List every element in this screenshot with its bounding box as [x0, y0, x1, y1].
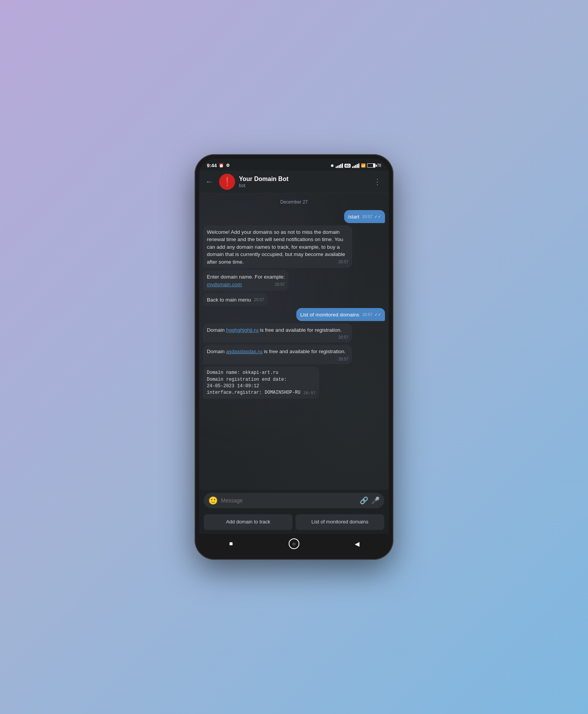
msg-text-7-prefix: Domain [207, 349, 226, 354]
bubble-received-8: Domain name: okkapi-art.ruDomain registr… [203, 367, 319, 399]
nav-square-button[interactable]: ■ [225, 538, 237, 550]
signal-bars-2 [352, 163, 359, 168]
status-time: 9:44 ⏰ ⚙ [207, 163, 230, 168]
msg-text-7-suffix: is free and available for registration. [263, 349, 346, 354]
bot-info: Your Domain Bot bot [239, 175, 368, 188]
msg-time-7: 20:57 [338, 356, 348, 362]
msg-text-4: Back to main menu [207, 297, 251, 303]
message-input[interactable] [221, 497, 357, 504]
header-menu-button[interactable]: ⋮ [372, 176, 383, 188]
msg-text-1: /start [348, 214, 359, 220]
message-row-received-3: Enter domain name. For example: mydomain… [203, 270, 385, 290]
phone-outer: 9:44 ⏰ ⚙ ⏺ 4G [195, 154, 393, 560]
msg-time-6: 20:57 [338, 334, 348, 340]
msg-link-6[interactable]: hgghghjghjj.ru [226, 327, 258, 333]
signal-bars-1 [336, 163, 343, 168]
msg-time-1: 20:57 ✓✓ [362, 214, 381, 220]
msg-time-2: 20:57 [338, 259, 348, 265]
date-separator: December 27 [203, 199, 385, 205]
msg-time-5: 20:57 ✓✓ [362, 312, 381, 318]
settings-icon: ⚙ [226, 163, 230, 168]
message-row-received-4: Back to main menu 20:57 [203, 293, 385, 306]
msg-text-6-suffix: is free and available for registration. [258, 327, 342, 333]
msg-text-8: Domain name: okkapi-art.ruDomain registr… [207, 370, 300, 395]
status-bar: 9:44 ⏰ ⚙ ⏺ 4G [199, 159, 389, 171]
bubble-sent-5: List of monitored domains 20:57 ✓✓ [296, 308, 385, 321]
bubble-received-7: Domain asdasdasdas.ru is free and availa… [203, 345, 352, 364]
wifi-icon: 📶 [361, 163, 365, 168]
phone-screen: 9:44 ⏰ ⚙ ⏺ 4G [199, 159, 389, 555]
msg-ticks-1: ✓✓ [374, 214, 381, 219]
back-button[interactable]: ← [204, 176, 215, 187]
lte-badge: 4G [344, 164, 351, 168]
nav-back-button[interactable]: ◀ [351, 538, 363, 550]
mic-button[interactable]: 🎤 [371, 496, 380, 505]
chat-area: December 27 /start 20:57 ✓✓ Welcome! Add… [199, 193, 389, 490]
message-row-received-7: Domain asdasdasdas.ru is free and availa… [203, 345, 385, 364]
msg-text-5: List of monitored domains [300, 312, 359, 318]
msg-text-3-prefix: Enter domain name. For example: [207, 274, 285, 280]
bubble-received-6: Domain hgghghjghjj.ru is free and availa… [203, 323, 352, 343]
msg-time-3: 20:57 [275, 282, 285, 287]
battery-icon [367, 163, 375, 168]
bot-name: Your Domain Bot [239, 175, 368, 183]
status-icons: ⏺ 4G 📶 [330, 163, 381, 168]
quick-btn-list-domains[interactable]: List of monitored domains [296, 514, 384, 530]
record-icon: ⏺ [330, 163, 334, 168]
message-row-sent-1: /start 20:57 ✓✓ [203, 210, 385, 223]
message-row-received-2: Welcome! Add your domains so as not to m… [203, 225, 385, 268]
emoji-button[interactable]: 🙂 [208, 496, 218, 505]
message-row-sent-5: List of monitored domains 20:57 ✓✓ [203, 308, 385, 321]
input-area: 🙂 🔗 🎤 [199, 490, 389, 511]
msg-link-3[interactable]: mydomain.com [207, 282, 242, 287]
msg-ticks-5: ✓✓ [374, 312, 381, 317]
bubble-received-4: Back to main menu 20:57 [203, 293, 268, 306]
battery-pct: 78 [377, 163, 381, 168]
input-row: 🙂 🔗 🎤 [204, 493, 384, 508]
bubble-received-3: Enter domain name. For example: mydomain… [203, 270, 289, 290]
alarm-icon: ⏰ [219, 163, 224, 168]
msg-time-8: 20:57 [304, 390, 316, 396]
msg-text-6-prefix: Domain [207, 327, 226, 333]
msg-text-2: Welcome! Add your domains so as not to m… [207, 229, 345, 265]
quick-btn-list-domains-label: List of monitored domains [312, 519, 369, 525]
quick-btn-add-domain[interactable]: Add domain to track [204, 514, 292, 530]
attach-button[interactable]: 🔗 [360, 496, 368, 505]
bubble-received-2: Welcome! Add your domains so as not to m… [203, 225, 352, 268]
nav-bar: ■ ○ ◀ [199, 534, 389, 555]
clock-time: 9:44 [207, 163, 217, 168]
bot-subtitle: bot [239, 183, 368, 188]
message-row-received-6: Domain hgghghjghjj.ru is free and availa… [203, 323, 385, 343]
quick-replies-area: Add domain to track List of monitored do… [199, 511, 389, 534]
msg-link-7[interactable]: asdasdasdas.ru [226, 349, 262, 354]
bot-avatar-icon: ❗ [222, 177, 232, 187]
bot-avatar: ❗ [219, 174, 235, 190]
msg-time-4: 20:57 [254, 297, 264, 303]
nav-home-button[interactable]: ○ [289, 538, 299, 549]
chat-header: ← ❗ Your Domain Bot bot ⋮ [199, 171, 389, 193]
quick-btn-add-domain-label: Add domain to track [226, 519, 270, 525]
bubble-sent-1: /start 20:57 ✓✓ [344, 210, 385, 223]
message-row-received-8: Domain name: okkapi-art.ruDomain registr… [203, 367, 385, 399]
